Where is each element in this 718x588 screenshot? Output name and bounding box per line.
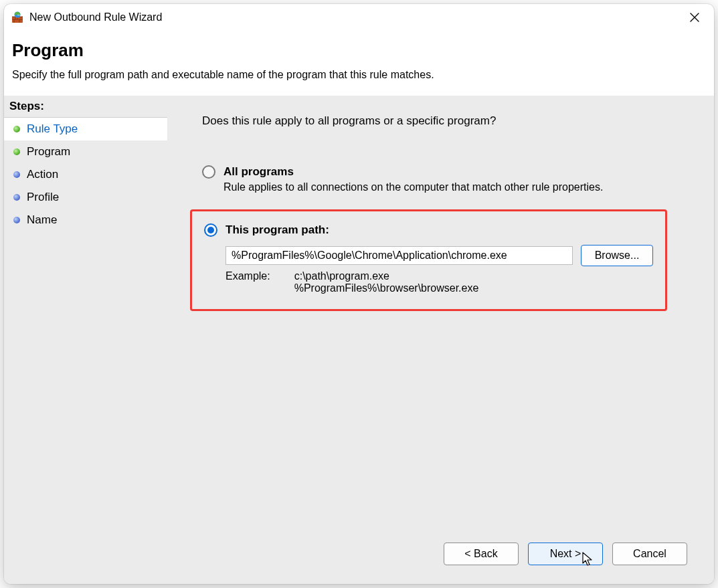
step-bullet-icon (13, 171, 20, 178)
wizard-footer: < Back Next > Cancel (202, 534, 694, 576)
program-path-input[interactable] (226, 246, 573, 265)
wizard-window: New Outbound Rule Wizard Program Specify… (4, 4, 714, 584)
page-title: Program (12, 40, 706, 61)
example-path-2: %ProgramFiles%\browser\browser.exe (294, 282, 479, 294)
step-name[interactable]: Name (4, 209, 167, 231)
step-profile[interactable]: Profile (4, 186, 167, 209)
option-description: Rule applies to all connections on the c… (223, 181, 694, 193)
steps-list: Rule Type Program Action Profile Name (4, 118, 167, 231)
browse-button[interactable]: Browse... (581, 245, 653, 266)
wizard-main-panel: Does this rule apply to all programs or … (167, 96, 714, 584)
window-title: New Outbound Rule Wizard (29, 11, 162, 23)
step-bullet-icon (13, 149, 20, 155)
step-bullet-icon (13, 194, 20, 201)
step-bullet-icon (13, 126, 20, 132)
example-block: Example: c:\path\program.exe %ProgramFil… (226, 270, 653, 294)
page-description: Specify the full program path and execut… (12, 69, 706, 81)
radio-all-programs[interactable] (202, 165, 215, 179)
example-path-1: c:\path\program.exe (294, 270, 479, 282)
question-text: Does this rule apply to all programs or … (202, 114, 694, 128)
step-program[interactable]: Program (4, 140, 167, 163)
step-label: Action (27, 168, 58, 181)
example-label: Example: (226, 270, 270, 294)
step-bullet-icon (13, 217, 20, 223)
option-label[interactable]: This program path: (226, 223, 329, 237)
step-rule-type[interactable]: Rule Type (4, 118, 167, 140)
next-button[interactable]: Next > (528, 543, 603, 565)
step-label: Program (27, 145, 70, 159)
highlighted-selection: This program path: Browse... Example: c:… (190, 209, 667, 311)
window-close-button[interactable] (679, 7, 710, 28)
option-all-programs: All programs Rule applies to all connect… (202, 165, 694, 193)
step-label: Name (27, 213, 57, 227)
step-action[interactable]: Action (4, 163, 167, 186)
close-icon (690, 13, 699, 22)
titlebar: New Outbound Rule Wizard (4, 4, 714, 31)
radio-this-program-path[interactable] (204, 223, 217, 237)
cancel-button[interactable]: Cancel (612, 543, 687, 565)
option-label[interactable]: All programs (223, 165, 294, 179)
steps-sidebar: Steps: Rule Type Program Action Profile (4, 96, 167, 584)
back-button[interactable]: < Back (444, 543, 519, 565)
steps-heading: Steps: (4, 96, 167, 118)
step-label: Rule Type (27, 122, 78, 136)
wizard-header: Program Specify the full program path an… (4, 31, 714, 96)
step-label: Profile (27, 191, 59, 204)
firewall-app-icon (11, 11, 24, 24)
